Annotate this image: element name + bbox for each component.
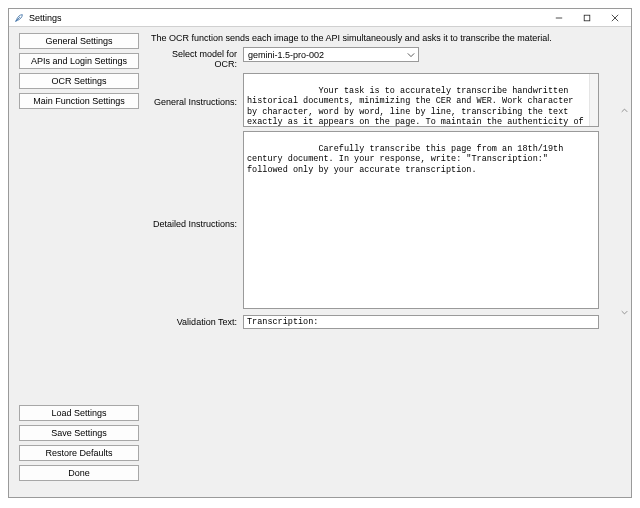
sidebar-tab-apis-login-settings[interactable]: APIs and Login Settings: [19, 53, 139, 69]
content-pane: The OCR function sends each image to the…: [147, 27, 631, 497]
validation-text-value: Transcription:: [247, 317, 318, 327]
textarea-scrollbar[interactable]: [589, 74, 598, 126]
model-select-label: Select model for OCR:: [151, 47, 243, 69]
detailed-instructions-textarea[interactable]: Carefully transcribe this page from an 1…: [243, 131, 599, 309]
model-select[interactable]: gemini-1.5-pro-002: [243, 47, 419, 62]
close-button[interactable]: [601, 10, 629, 26]
minimize-button[interactable]: [545, 10, 573, 26]
model-select-value: gemini-1.5-pro-002: [248, 50, 324, 60]
settings-window: Settings General Settings APIs and Login…: [8, 8, 632, 498]
load-settings-button[interactable]: Load Settings: [19, 405, 139, 421]
chevron-down-icon: [405, 49, 417, 61]
maximize-button[interactable]: [573, 10, 601, 26]
titlebar: Settings: [9, 9, 631, 27]
validation-text-label: Validation Text:: [151, 315, 243, 327]
restore-defaults-button[interactable]: Restore Defaults: [19, 445, 139, 461]
general-instructions-value: Your task is to accurately transcribe ha…: [247, 86, 589, 127]
detailed-instructions-label: Detailed Instructions:: [151, 131, 243, 229]
general-instructions-label: General Instructions:: [151, 73, 243, 107]
app-feather-icon: [13, 12, 25, 24]
sidebar-tab-ocr-settings[interactable]: OCR Settings: [19, 73, 139, 89]
sidebar-tab-general-settings[interactable]: General Settings: [19, 33, 139, 49]
save-settings-button[interactable]: Save Settings: [19, 425, 139, 441]
sidebar: General Settings APIs and Login Settings…: [9, 27, 147, 497]
sidebar-tab-main-function-settings[interactable]: Main Function Settings: [19, 93, 139, 109]
svg-rect-2: [584, 15, 590, 21]
detailed-instructions-value: Carefully transcribe this page from an 1…: [247, 144, 568, 174]
ocr-description: The OCR function sends each image to the…: [151, 33, 621, 43]
window-body: General Settings APIs and Login Settings…: [9, 27, 631, 497]
done-button[interactable]: Done: [19, 465, 139, 481]
window-title: Settings: [29, 13, 62, 23]
validation-text-input[interactable]: Transcription:: [243, 315, 599, 329]
scrollbar-handle[interactable]: [591, 82, 597, 98]
general-instructions-textarea[interactable]: Your task is to accurately transcribe ha…: [243, 73, 599, 127]
scroll-down-icon[interactable]: [619, 307, 629, 317]
scroll-up-icon[interactable]: [619, 105, 629, 115]
